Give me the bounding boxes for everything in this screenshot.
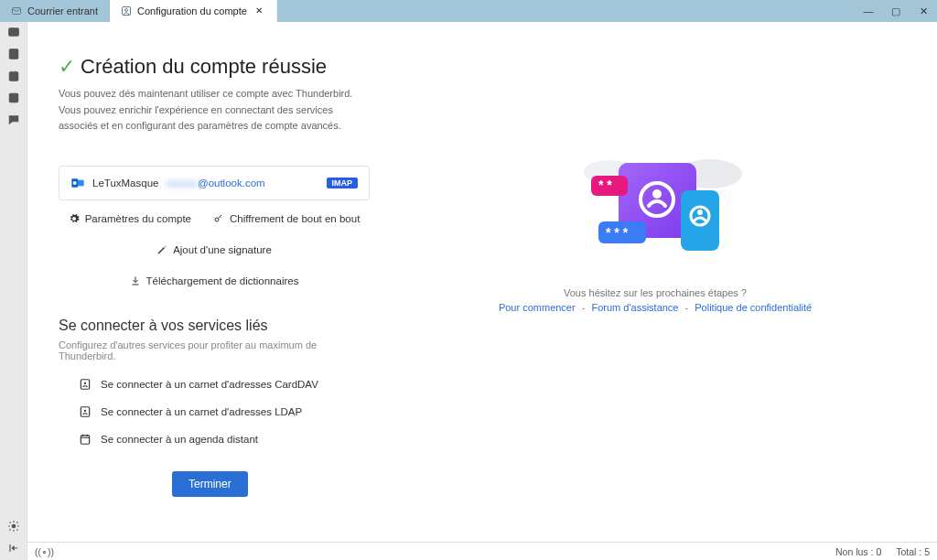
status-bar: ((∘)) Non lus : 0 Total : 5 — [27, 542, 937, 560]
svg-point-14 — [84, 382, 86, 383]
maximize-button[interactable]: ▢ — [882, 0, 910, 22]
svg-rect-28 — [681, 190, 719, 251]
sync-icon[interactable]: ((∘)) — [35, 546, 54, 557]
account-card: LeTuxMasque xxxxxx@outlook.com IMAP — [59, 166, 370, 200]
settings-icon[interactable] — [7, 520, 20, 533]
key-icon — [213, 213, 224, 224]
signature-link[interactable]: Ajout d'une signature — [156, 244, 272, 255]
tasks-icon[interactable] — [7, 92, 20, 104]
getting-started-link[interactable]: Pour commencer — [499, 302, 576, 313]
mail-icon — [11, 5, 22, 16]
unread-status: Non lus : 0 — [835, 546, 881, 557]
linked-services-title: Se connecter à vos services liés — [59, 318, 370, 334]
privacy-policy-link[interactable]: Politique de confidentialité — [695, 302, 812, 313]
svg-rect-10 — [78, 179, 84, 186]
tab-account-config[interactable]: Configuration du compte ✕ — [110, 0, 277, 22]
svg-text:* *: * * — [598, 178, 612, 192]
protocol-badge: IMAP — [327, 178, 359, 188]
page-title: ✓ Création du compte réussie — [59, 55, 370, 79]
e2e-link[interactable]: Chiffrement de bout en bout — [213, 213, 360, 224]
page-title-text: Création du compte réussie — [81, 55, 327, 79]
svg-point-16 — [84, 409, 86, 411]
close-button[interactable]: ✕ — [910, 0, 937, 22]
download-icon — [130, 275, 141, 286]
close-icon[interactable]: ✕ — [253, 5, 265, 17]
svg-point-5 — [12, 52, 14, 54]
svg-point-12 — [215, 218, 219, 221]
help-links: Pour commencer - Forum d'assistance - Po… — [499, 302, 812, 313]
finish-button[interactable]: Terminer — [172, 471, 248, 497]
svg-point-2 — [125, 9, 128, 12]
svg-rect-6 — [9, 72, 17, 81]
pencil-icon — [156, 244, 167, 255]
window-controls: — ▢ ✕ — [855, 0, 937, 22]
remote-calendar-link[interactable]: Se connecter à un agenda distant — [79, 433, 370, 446]
gear-icon — [69, 213, 80, 224]
chat-icon[interactable] — [7, 113, 20, 126]
account-name: LeTuxMasque — [92, 178, 158, 188]
account-actions: Paramètres du compte Chiffrement de bout… — [59, 213, 370, 286]
subtitle: Vous pouvez dés maintenant utiliser ce c… — [59, 86, 370, 135]
svg-point-11 — [73, 181, 77, 185]
dictionaries-link[interactable]: Téléchargement de dictionnaires — [130, 275, 299, 286]
svg-text:* * *: * * * — [606, 225, 629, 240]
account-email: xxxxxx@outlook.com — [166, 178, 264, 188]
svg-point-30 — [697, 210, 703, 215]
calendar-icon[interactable] — [7, 70, 20, 82]
account-settings-link[interactable]: Paramètres du compte — [69, 213, 191, 224]
title-bar: Courrier entrant Configuration du compte… — [0, 0, 937, 22]
check-icon: ✓ — [59, 55, 75, 79]
total-status: Total : 5 — [896, 546, 930, 557]
contacts-icon — [79, 405, 92, 418]
minimize-button[interactable]: — — [855, 0, 882, 22]
support-forum-link[interactable]: Forum d'assistance — [591, 302, 678, 313]
svg-point-23 — [652, 189, 662, 199]
account-icon — [121, 5, 132, 16]
tab-label: Courrier entrant — [27, 5, 98, 16]
app-sidebar — [0, 22, 27, 560]
calendar-icon — [79, 433, 92, 446]
carddav-link[interactable]: Se connecter à un carnet d'adresses Card… — [79, 378, 370, 391]
linked-services-sub: Configurez d'autres services pour profit… — [59, 339, 370, 361]
tab-incoming[interactable]: Courrier entrant — [0, 0, 110, 22]
collapse-icon[interactable] — [7, 542, 20, 555]
svg-point-8 — [12, 524, 16, 528]
tab-label: Configuration du compte — [137, 5, 247, 16]
outlook-icon — [70, 176, 85, 190]
help-question: Vous hésitez sur les prochaines étapes ? — [564, 287, 747, 298]
contacts-icon — [79, 378, 92, 391]
illustration: * * * * * — [555, 146, 756, 265]
ldap-link[interactable]: Se connecter à un carnet d'adresses LDAP — [79, 405, 370, 418]
contacts-icon[interactable] — [7, 48, 20, 60]
mail-icon[interactable] — [7, 26, 20, 38]
svg-rect-17 — [81, 436, 89, 444]
